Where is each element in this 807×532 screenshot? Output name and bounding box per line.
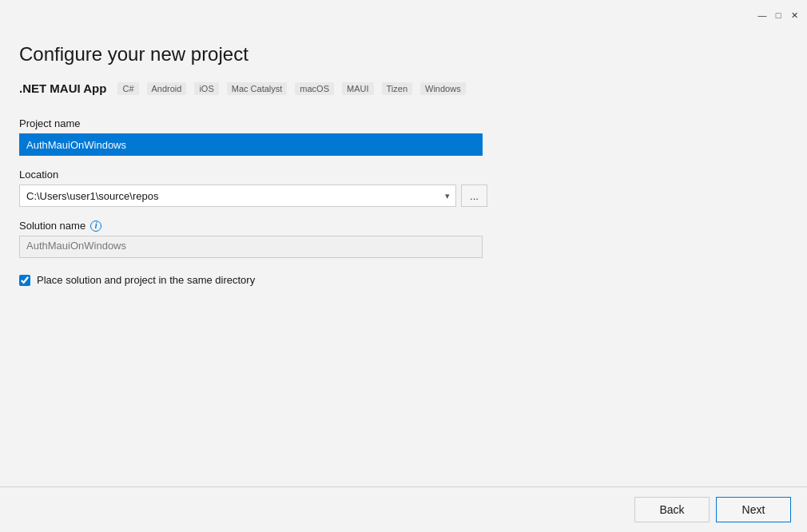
project-name-input[interactable]: [19, 133, 483, 156]
tag-mac-catalyst: Mac Catalyst: [227, 82, 288, 95]
close-button[interactable]: ✕: [788, 9, 801, 22]
title-bar: — □ ✕: [0, 0, 807, 24]
same-directory-label[interactable]: Place solution and project in the same d…: [37, 274, 255, 286]
tag-maui: MAUI: [342, 82, 374, 95]
minimize-button[interactable]: —: [756, 9, 769, 22]
project-type-name: .NET MAUI App: [19, 81, 106, 95]
browse-button[interactable]: ...: [461, 185, 487, 207]
solution-name-readonly: AuthMauiOnWindows: [19, 236, 483, 258]
solution-name-label: Solution name i: [19, 220, 499, 232]
tag-csharp: C#: [117, 82, 138, 95]
tag-android: Android: [147, 82, 187, 95]
tag-macos: macOS: [295, 82, 334, 95]
solution-name-info-icon[interactable]: i: [90, 220, 101, 232]
title-bar-controls: — □ ✕: [756, 9, 801, 22]
tag-tizen: Tizen: [382, 82, 413, 95]
back-button[interactable]: Back: [634, 497, 710, 522]
location-select-wrapper: C:\Users\user1\source\repos: [19, 185, 456, 207]
maximize-button[interactable]: □: [772, 9, 785, 22]
tag-ios: iOS: [194, 82, 218, 95]
main-content: Configure your new project .NET MAUI App…: [0, 24, 807, 486]
next-button[interactable]: Next: [716, 497, 791, 522]
location-select[interactable]: C:\Users\user1\source\repos: [19, 185, 456, 207]
solution-name-group: Solution name i AuthMauiOnWindows: [19, 220, 499, 258]
location-group: Location C:\Users\user1\source\repos ...: [19, 169, 499, 207]
tag-windows: Windows: [420, 82, 466, 95]
location-row: C:\Users\user1\source\repos ...: [19, 185, 499, 207]
checkbox-row: Place solution and project in the same d…: [19, 274, 499, 286]
footer: Back Next: [0, 487, 807, 532]
form-section: Project name Location C:\Users\user1\sou…: [19, 117, 499, 286]
project-name-label: Project name: [19, 117, 499, 129]
same-directory-checkbox[interactable]: [19, 275, 30, 286]
location-label: Location: [19, 169, 499, 181]
project-type-row: .NET MAUI App C# Android iOS Mac Catalys…: [19, 81, 781, 95]
project-name-group: Project name: [19, 117, 499, 156]
window: — □ ✕ Configure your new project .NET MA…: [0, 0, 807, 532]
page-title: Configure your new project: [19, 43, 781, 66]
